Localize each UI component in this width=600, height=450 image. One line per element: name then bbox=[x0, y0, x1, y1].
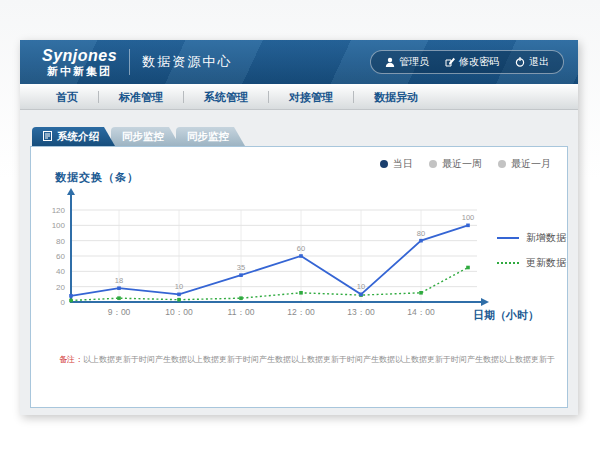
data-point bbox=[299, 291, 303, 295]
legend-item-new-data: 新增数据 bbox=[497, 231, 566, 245]
data-point bbox=[299, 254, 303, 258]
y-tick-label: 120 bbox=[52, 206, 66, 215]
x-tick-label: 10：00 bbox=[165, 307, 193, 317]
x-tick-label: 13：00 bbox=[347, 307, 375, 317]
current-user[interactable]: 管理员 bbox=[385, 55, 429, 69]
radio-icon bbox=[498, 160, 506, 168]
nav-item-home[interactable]: 首页 bbox=[36, 84, 98, 110]
point-label: 60 bbox=[297, 244, 305, 253]
footnote-prefix: 备注： bbox=[59, 355, 83, 364]
radio-icon bbox=[429, 160, 437, 168]
y-tick-label: 100 bbox=[52, 221, 66, 230]
data-point bbox=[466, 266, 470, 270]
data-point bbox=[69, 299, 73, 303]
footnote: 备注：以上数据更新于时间产生数据以上数据更新于时间产生数据以上数据更新于时间产生… bbox=[59, 354, 561, 365]
filter-last-month[interactable]: 最近一月 bbox=[498, 157, 551, 171]
dotted-line-swatch bbox=[497, 262, 519, 264]
data-point bbox=[419, 291, 423, 295]
data-point bbox=[466, 224, 470, 228]
radio-icon bbox=[380, 160, 388, 168]
x-axis-arrow bbox=[481, 298, 489, 306]
tab-label: 同步监控 bbox=[187, 130, 229, 144]
logo-brand-text: Synjones bbox=[42, 47, 117, 65]
filter-label: 最近一月 bbox=[511, 157, 551, 171]
x-axis-title: 日期（小时） bbox=[473, 308, 539, 323]
change-password-button[interactable]: 修改密码 bbox=[445, 55, 499, 69]
time-filter-group: 当日 最近一周 最近一月 bbox=[380, 157, 551, 171]
data-point bbox=[239, 296, 243, 300]
tab-label: 系统介绍 bbox=[57, 130, 99, 144]
filter-label: 当日 bbox=[393, 157, 413, 171]
point-label: 100 bbox=[462, 213, 475, 222]
user-bar: 管理员 修改密码 退出 bbox=[370, 50, 564, 74]
user-icon bbox=[385, 57, 395, 67]
legend-item-updated-data: 更新数据 bbox=[497, 256, 566, 270]
data-point bbox=[117, 296, 121, 300]
y-tick-label: 0 bbox=[61, 298, 66, 307]
point-label: 18 bbox=[115, 276, 123, 285]
username-label: 管理员 bbox=[399, 55, 429, 69]
nav-item-system-mgmt[interactable]: 系统管理 bbox=[184, 84, 268, 110]
tab-label: 同步监控 bbox=[122, 130, 164, 144]
content-area: 系统介绍 同步监控 同步监控 当日 最近一周 bbox=[20, 110, 578, 415]
main-nav: 首页 标准管理 系统管理 对接管理 数据异动 bbox=[20, 84, 578, 110]
x-tick-label: 14：00 bbox=[407, 307, 435, 317]
power-icon bbox=[515, 57, 525, 67]
company-logo: Synjones 新中新集团 bbox=[42, 47, 117, 77]
edit-icon bbox=[445, 57, 455, 67]
chart-panel: 当日 最近一周 最近一月 数据交换（条） 0204060801001209：00… bbox=[30, 146, 568, 408]
y-tick-label: 60 bbox=[56, 252, 65, 261]
document-icon bbox=[43, 131, 52, 143]
filter-today[interactable]: 当日 bbox=[380, 157, 413, 171]
x-tick-label: 9：00 bbox=[108, 307, 131, 317]
data-point bbox=[239, 273, 243, 277]
filter-last-week[interactable]: 最近一周 bbox=[429, 157, 482, 171]
data-point bbox=[359, 293, 363, 297]
point-label: 10 bbox=[175, 282, 183, 291]
logout-label: 退出 bbox=[529, 55, 549, 69]
app-window: Synjones 新中新集团 数据资源中心 管理员 修改密码 bbox=[20, 40, 578, 415]
logout-button[interactable]: 退出 bbox=[515, 55, 549, 69]
point-label: 10 bbox=[357, 282, 365, 291]
series-line bbox=[71, 225, 468, 296]
y-axis-title: 数据交换（条） bbox=[55, 170, 139, 185]
y-tick-label: 20 bbox=[56, 283, 65, 292]
legend-label: 新增数据 bbox=[526, 231, 566, 245]
series-line bbox=[71, 268, 468, 301]
filter-label: 最近一周 bbox=[442, 157, 482, 171]
point-label: 80 bbox=[417, 229, 425, 238]
nav-item-standard-mgmt[interactable]: 标准管理 bbox=[99, 84, 183, 110]
x-tick-label: 12：00 bbox=[287, 307, 315, 317]
change-password-label: 修改密码 bbox=[459, 55, 499, 69]
footnote-text: 以上数据更新于时间产生数据以上数据更新于时间产生数据以上数据更新于时间产生数据以… bbox=[83, 355, 555, 364]
y-tick-label: 40 bbox=[56, 267, 65, 276]
app-header: Synjones 新中新集团 数据资源中心 管理员 修改密码 bbox=[20, 40, 578, 84]
data-point bbox=[117, 286, 121, 290]
data-point bbox=[177, 298, 181, 302]
data-point bbox=[69, 294, 73, 298]
page-title: 数据资源中心 bbox=[142, 53, 232, 71]
point-label: 35 bbox=[237, 263, 245, 272]
y-axis-arrow bbox=[67, 188, 75, 195]
tab-bar: 系统介绍 同步监控 同步监控 bbox=[32, 127, 241, 146]
data-point bbox=[419, 239, 423, 243]
y-tick-label: 80 bbox=[56, 237, 65, 246]
data-point bbox=[177, 293, 181, 297]
header-divider bbox=[129, 49, 130, 75]
tab-system-intro[interactable]: 系统介绍 bbox=[32, 127, 115, 146]
chart-legend: 新增数据 更新数据 bbox=[497, 231, 566, 270]
legend-label: 更新数据 bbox=[526, 256, 566, 270]
x-tick-label: 11：00 bbox=[228, 307, 255, 317]
tab-sync-monitor-2[interactable]: 同步监控 bbox=[176, 127, 245, 146]
logo-company-text: 新中新集团 bbox=[42, 65, 117, 77]
tab-sync-monitor-1[interactable]: 同步监控 bbox=[111, 127, 180, 146]
nav-item-docking-mgmt[interactable]: 对接管理 bbox=[269, 84, 353, 110]
nav-item-data-change[interactable]: 数据异动 bbox=[354, 84, 438, 110]
solid-line-swatch bbox=[497, 237, 519, 239]
